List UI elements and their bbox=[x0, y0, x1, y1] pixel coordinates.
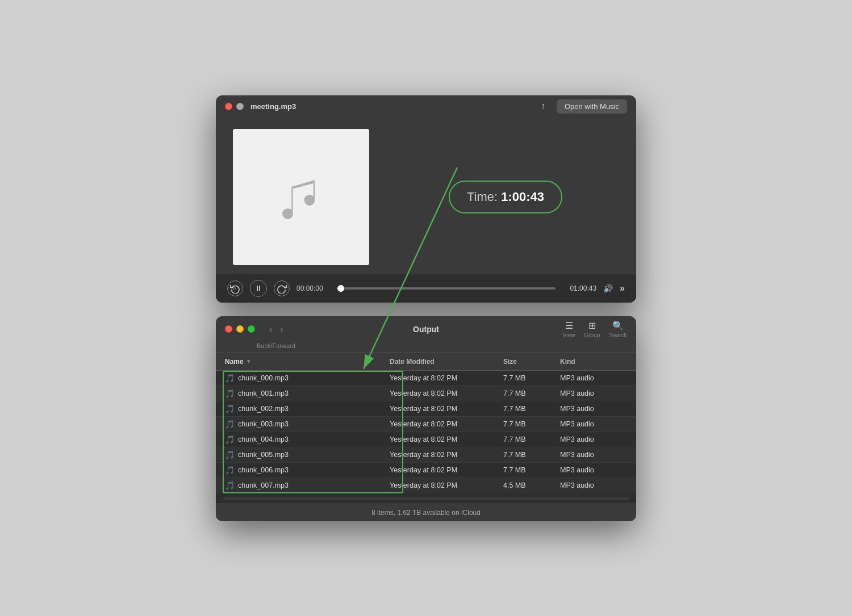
file-name-cell: 🎵 chunk_007.mp3 bbox=[216, 478, 381, 493]
back-button[interactable]: ‹ bbox=[266, 323, 275, 336]
finder-title: Output bbox=[413, 325, 439, 334]
view-label: View bbox=[563, 332, 575, 338]
file-name-cell: 🎵 chunk_002.mp3 bbox=[216, 401, 381, 416]
table-row[interactable]: 🎵 chunk_005.mp3 Yesterday at 8:02 PM 7.7… bbox=[216, 447, 636, 463]
audio-file-icon: 🎵 bbox=[225, 481, 235, 490]
file-name-cell: 🎵 chunk_005.mp3 bbox=[216, 447, 381, 462]
rewind-15-button[interactable]: 15 bbox=[227, 280, 243, 296]
player-titlebar: meeting.mp3 ↑ Open with Music bbox=[216, 95, 636, 118]
table-row[interactable]: 🎵 chunk_004.mp3 Yesterday at 8:02 PM 7.7… bbox=[216, 432, 636, 447]
file-name-cell: 🎵 chunk_006.mp3 bbox=[216, 463, 381, 477]
finder-window: ‹ › Output ☰ View ⊞ Group 🔍 Search bbox=[216, 316, 636, 521]
share-button[interactable]: ↑ bbox=[541, 101, 545, 111]
date-column-header[interactable]: Date Modified bbox=[381, 355, 494, 368]
audio-player-window: meeting.mp3 ↑ Open with Music Time: 1:00… bbox=[216, 95, 636, 303]
table-row[interactable]: 🎵 chunk_002.mp3 Yesterday at 8:02 PM 7.7… bbox=[216, 401, 636, 417]
column-header: Name ▼ Date Modified Size Kind bbox=[216, 353, 636, 371]
search-button[interactable]: 🔍 Search bbox=[609, 320, 627, 338]
music-note-icon bbox=[267, 163, 335, 231]
file-date-cell: Yesterday at 8:02 PM bbox=[381, 478, 494, 493]
status-bar: 8 items, 1.62 TB available on iCloud bbox=[216, 504, 636, 521]
player-controls: 15 ⏸ 00:00:00 01:00:43 🔊 » bbox=[216, 274, 636, 303]
file-date-cell: Yesterday at 8:02 PM bbox=[381, 463, 494, 477]
time-label: Time: bbox=[467, 190, 498, 204]
finder-maximize-button[interactable] bbox=[248, 325, 255, 333]
svg-text:15: 15 bbox=[233, 287, 236, 290]
audio-file-icon: 🎵 bbox=[225, 389, 235, 398]
file-kind-cell: MP3 audio bbox=[551, 386, 636, 401]
player-close-button[interactable] bbox=[225, 103, 232, 110]
size-column-header[interactable]: Size bbox=[494, 355, 551, 368]
time-oval: Time: 1:00:43 bbox=[449, 181, 562, 213]
file-size-cell: 7.7 MB bbox=[494, 432, 551, 447]
file-kind-cell: MP3 audio bbox=[551, 478, 636, 493]
file-size-cell: 7.7 MB bbox=[494, 463, 551, 477]
audio-file-icon: 🎵 bbox=[225, 420, 235, 429]
table-row[interactable]: 🎵 chunk_001.mp3 Yesterday at 8:02 PM 7.7… bbox=[216, 386, 636, 401]
time-total: 01:00:43 bbox=[562, 284, 596, 292]
file-list: 🎵 chunk_000.mp3 Yesterday at 8:02 PM 7.7… bbox=[216, 371, 636, 493]
file-name-cell: 🎵 chunk_001.mp3 bbox=[216, 386, 381, 401]
file-name-cell: 🎵 chunk_003.mp3 bbox=[216, 417, 381, 431]
finder-toolbar-right: ☰ View ⊞ Group 🔍 Search bbox=[563, 320, 627, 338]
view-button[interactable]: ☰ View bbox=[563, 320, 575, 338]
audio-file-icon: 🎵 bbox=[225, 374, 235, 383]
time-value: 1:00:43 bbox=[501, 190, 544, 204]
time-current: 00:00:00 bbox=[296, 284, 331, 292]
table-row[interactable]: 🎵 chunk_006.mp3 Yesterday at 8:02 PM 7.7… bbox=[216, 463, 636, 478]
group-icon: ⊞ bbox=[588, 320, 596, 331]
file-kind-cell: MP3 audio bbox=[551, 371, 636, 385]
finder-body: 🎵 chunk_000.mp3 Yesterday at 8:02 PM 7.7… bbox=[216, 371, 636, 493]
album-art bbox=[233, 129, 369, 265]
file-size-cell: 4.5 MB bbox=[494, 478, 551, 493]
audio-file-icon: 🎵 bbox=[225, 435, 235, 444]
file-size-cell: 7.7 MB bbox=[494, 371, 551, 385]
file-date-cell: Yesterday at 8:02 PM bbox=[381, 371, 494, 385]
file-name-cell: 🎵 chunk_004.mp3 bbox=[216, 432, 381, 447]
table-row[interactable]: 🎵 chunk_000.mp3 Yesterday at 8:02 PM 7.7… bbox=[216, 371, 636, 386]
more-options-button[interactable]: » bbox=[620, 283, 625, 294]
pause-button[interactable]: ⏸ bbox=[250, 280, 267, 297]
group-label: Group bbox=[584, 332, 600, 338]
view-icon: ☰ bbox=[565, 320, 573, 331]
file-date-cell: Yesterday at 8:02 PM bbox=[381, 386, 494, 401]
player-title: meeting.mp3 bbox=[250, 102, 296, 111]
player-minimize-button[interactable] bbox=[236, 103, 244, 110]
progress-thumb[interactable] bbox=[337, 285, 344, 292]
volume-button[interactable]: 🔊 bbox=[603, 284, 613, 293]
forward-button[interactable]: › bbox=[277, 323, 286, 336]
search-label: Search bbox=[609, 332, 627, 338]
file-kind-cell: MP3 audio bbox=[551, 432, 636, 447]
forward-15-button[interactable] bbox=[274, 280, 290, 296]
file-date-cell: Yesterday at 8:02 PM bbox=[381, 401, 494, 416]
file-size-cell: 7.7 MB bbox=[494, 386, 551, 401]
file-date-cell: Yesterday at 8:02 PM bbox=[381, 447, 494, 462]
table-row[interactable]: 🎵 chunk_007.mp3 Yesterday at 8:02 PM 4.5… bbox=[216, 478, 636, 493]
audio-file-icon: 🎵 bbox=[225, 466, 235, 475]
search-icon: 🔍 bbox=[612, 320, 624, 331]
table-row[interactable]: 🎵 chunk_003.mp3 Yesterday at 8:02 PM 7.7… bbox=[216, 417, 636, 432]
kind-column-header[interactable]: Kind bbox=[551, 355, 636, 368]
audio-file-icon: 🎵 bbox=[225, 450, 235, 459]
file-kind-cell: MP3 audio bbox=[551, 463, 636, 477]
progress-bar[interactable] bbox=[337, 287, 556, 290]
finder-traffic-lights bbox=[225, 325, 255, 333]
player-traffic-lights bbox=[225, 103, 244, 110]
file-date-cell: Yesterday at 8:02 PM bbox=[381, 432, 494, 447]
file-size-cell: 7.7 MB bbox=[494, 401, 551, 416]
file-date-cell: Yesterday at 8:02 PM bbox=[381, 417, 494, 431]
file-kind-cell: MP3 audio bbox=[551, 401, 636, 416]
open-with-music-button[interactable]: Open with Music bbox=[557, 99, 627, 114]
back-forward-label: Back/Forward bbox=[257, 342, 295, 349]
finder-close-button[interactable] bbox=[225, 325, 232, 333]
player-content: Time: 1:00:43 bbox=[216, 118, 636, 274]
name-column-header[interactable]: Name ▼ bbox=[216, 355, 381, 368]
file-name-cell: 🎵 chunk_000.mp3 bbox=[216, 371, 381, 385]
time-display-area: Time: 1:00:43 bbox=[392, 181, 619, 213]
file-kind-cell: MP3 audio bbox=[551, 447, 636, 462]
group-button[interactable]: ⊞ Group bbox=[584, 320, 600, 338]
file-kind-cell: MP3 audio bbox=[551, 417, 636, 431]
finder-minimize-button[interactable] bbox=[236, 325, 244, 333]
status-text: 8 items, 1.62 TB available on iCloud bbox=[371, 509, 481, 517]
finder-titlebar: ‹ › Output ☰ View ⊞ Group 🔍 Search bbox=[216, 316, 636, 342]
